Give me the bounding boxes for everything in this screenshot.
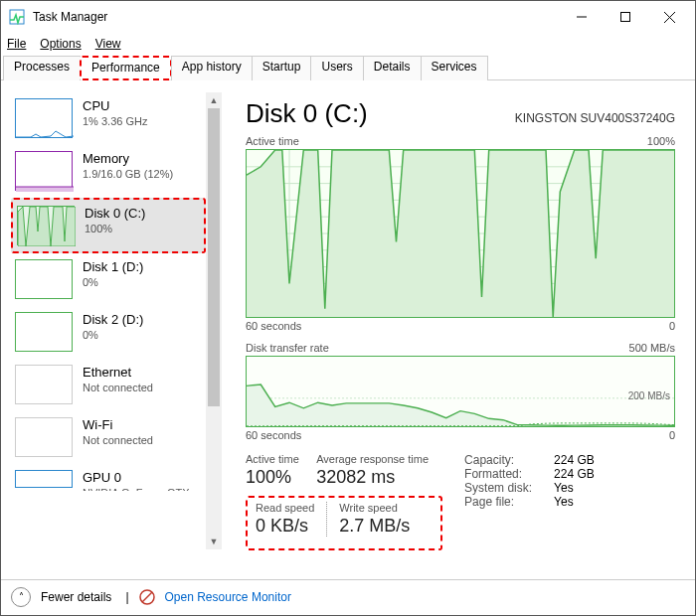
sidebar-item-label: Disk 0 (C:): [85, 206, 145, 221]
menubar: File Options View: [1, 33, 695, 55]
close-button[interactable]: [647, 2, 691, 32]
memory-mini-graph: [15, 151, 73, 191]
chart1-axis-left: 60 seconds: [246, 320, 301, 332]
sidebar-item-cpu[interactable]: CPU 1% 3.36 GHz: [11, 92, 206, 145]
sidebar-item-label: Memory: [83, 151, 173, 166]
sidebar-item-label: Disk 1 (D:): [83, 259, 143, 274]
chart2-tick: 200 MB/s: [628, 390, 670, 401]
sidebar-item-label: Disk 2 (D:): [83, 312, 143, 327]
cpu-mini-graph: [15, 98, 73, 138]
tab-details[interactable]: Details: [363, 56, 422, 80]
sidebar-item-disk2[interactable]: Disk 2 (D:) 0%: [11, 306, 206, 359]
fewer-details-link[interactable]: Fewer details: [41, 590, 111, 604]
content: CPU 1% 3.36 GHz Memory 1.9/16.0 GB (12%): [1, 80, 695, 579]
stat-avg-response: Average response time 32082 ms: [316, 453, 429, 488]
tab-processes[interactable]: Processes: [3, 56, 81, 80]
chart2-axis-left: 60 seconds: [246, 429, 301, 441]
sidebar-item-disk0[interactable]: Disk 0 (C:) 100%: [11, 198, 206, 253]
sidebar-item-disk1[interactable]: Disk 1 (D:) 0%: [11, 253, 206, 306]
disk0-mini-graph: [17, 206, 75, 245]
stats-right: Capacity:224 GB Formatted:224 GB System …: [464, 453, 595, 550]
chart2-label-left: Disk transfer rate: [246, 342, 329, 354]
chart1-label-left: Active time: [246, 135, 299, 147]
stat-active-time: Active time 100%: [246, 453, 299, 488]
stats-area: Active time 100% Average response time 3…: [246, 453, 675, 550]
sidebar-item-label: CPU: [83, 98, 147, 113]
sidebar-item-label: Wi-Fi: [83, 417, 153, 432]
tab-startup[interactable]: Startup: [252, 56, 312, 80]
maximize-button[interactable]: [604, 2, 647, 32]
ethernet-mini-graph: [15, 365, 73, 404]
sidebar-item-label: Ethernet: [83, 365, 153, 380]
titlebar: Task Manager: [1, 1, 695, 33]
sidebar: CPU 1% 3.36 GHz Memory 1.9/16.0 GB (12%): [11, 92, 206, 579]
sidebar-item-gpu0[interactable]: GPU 0 NVIDIA GeForce GTX: [11, 464, 206, 492]
device-name: KINGSTON SUV400S37240G: [515, 111, 675, 125]
tab-app-history[interactable]: App history: [171, 56, 253, 80]
wifi-mini-graph: [15, 417, 73, 457]
tab-users[interactable]: Users: [310, 56, 363, 80]
disk2-mini-graph: [15, 312, 73, 352]
sidebar-item-sub: 0%: [83, 276, 143, 288]
menu-options[interactable]: Options: [40, 37, 81, 51]
app-icon: [9, 9, 25, 25]
svg-line-30: [142, 592, 152, 602]
sidebar-item-sub: 100%: [85, 223, 145, 234]
scroll-up-icon[interactable]: ▲: [206, 92, 222, 108]
transfer-rate-chart: 200 MB/s: [246, 356, 675, 427]
tab-services[interactable]: Services: [421, 56, 488, 80]
menu-file[interactable]: File: [7, 37, 26, 51]
chart1-label-right: 100%: [647, 135, 675, 147]
window-title: Task Manager: [33, 10, 560, 24]
menu-view[interactable]: View: [95, 37, 121, 51]
minimize-button[interactable]: [560, 2, 604, 32]
disk1-mini-graph: [15, 259, 73, 299]
chart2-label-right: 500 MB/s: [629, 342, 675, 354]
chevron-up-icon[interactable]: ˄: [11, 587, 31, 607]
footer: ˄ Fewer details | Open Resource Monitor: [1, 579, 695, 613]
svg-rect-5: [16, 187, 74, 192]
sidebar-item-sub: Not connected: [83, 382, 153, 393]
open-resource-monitor-link[interactable]: Open Resource Monitor: [165, 590, 291, 604]
gpu0-mini-graph: [15, 470, 73, 488]
stat-write-speed: Write speed 2.7 MB/s: [339, 502, 422, 537]
tab-performance[interactable]: Performance: [80, 56, 172, 80]
sidebar-item-sub: Not connected: [83, 434, 153, 446]
sidebar-scrollbar[interactable]: ▲ ▼: [206, 92, 222, 549]
tab-row: Processes Performance App history Startu…: [1, 55, 695, 80]
divider: |: [125, 590, 128, 604]
sidebar-item-wifi[interactable]: Wi-Fi Not connected: [11, 411, 206, 464]
stat-read-speed: Read speed 0 KB/s: [256, 502, 327, 537]
sidebar-item-sub: 0%: [83, 329, 143, 341]
sidebar-item-memory[interactable]: Memory 1.9/16.0 GB (12%): [11, 145, 206, 198]
active-time-chart: [246, 149, 675, 318]
scroll-thumb[interactable]: [208, 108, 220, 406]
resource-monitor-icon: [139, 589, 155, 605]
sidebar-item-sub: 1% 3.36 GHz: [83, 115, 147, 127]
chart2-axis-right: 0: [669, 429, 675, 441]
sidebar-item-ethernet[interactable]: Ethernet Not connected: [11, 359, 206, 411]
main-panel: Disk 0 (C:) KINGSTON SUV400S37240G Activ…: [222, 80, 695, 579]
scroll-down-icon[interactable]: ▼: [206, 534, 222, 549]
svg-rect-2: [621, 13, 630, 22]
sidebar-item-label: GPU 0: [83, 470, 190, 485]
page-title: Disk 0 (C:): [246, 98, 368, 129]
svg-marker-26: [247, 150, 674, 317]
sidebar-item-sub: 1.9/16.0 GB (12%): [83, 168, 173, 180]
speed-highlight-box: Read speed 0 KB/s Write speed 2.7 MB/s: [246, 496, 442, 550]
chart1-axis-right: 0: [669, 320, 675, 332]
sidebar-item-sub: NVIDIA GeForce GTX: [83, 487, 190, 492]
svg-marker-7: [18, 207, 76, 246]
